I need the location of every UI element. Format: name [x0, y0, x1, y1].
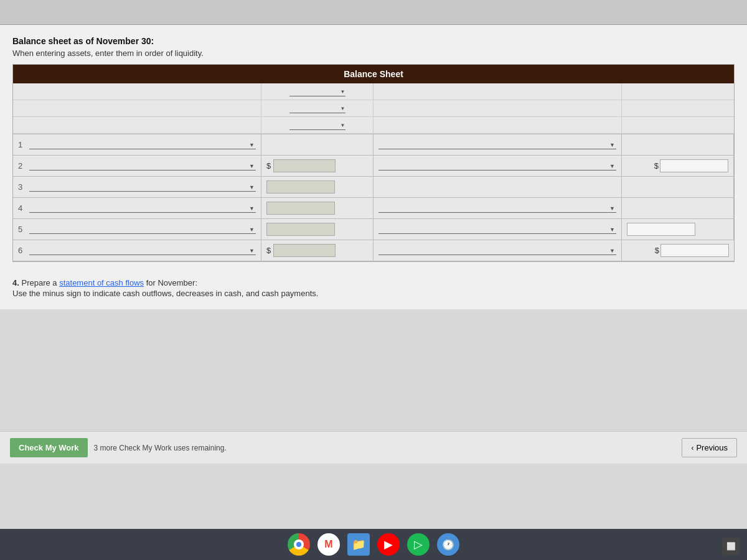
bs-row5-mid-right: [374, 219, 622, 240]
row1-right-select[interactable]: [378, 140, 616, 149]
bs-row6-mid-left: $: [261, 240, 374, 261]
tray-screenshot-icon[interactable]: ⬜: [722, 538, 740, 555]
screen: Balance sheet as of November 30: When en…: [0, 0, 747, 560]
row6-amount-input[interactable]: [273, 244, 336, 257]
row1-left-select[interactable]: [29, 140, 256, 149]
check-work-button[interactable]: Check My Work: [10, 438, 88, 457]
hdr3-right: [622, 117, 734, 133]
bs-row6-mid-right: [374, 240, 622, 261]
header-row-3: [13, 117, 734, 134]
header-row-2: [13, 100, 734, 117]
bottom-bar: Check My Work 3 more Check My Work uses …: [0, 431, 747, 464]
bs-rows-area: 1 2: [13, 134, 734, 261]
row3-left-select-wrap: [29, 182, 256, 192]
row4-right-select-wrap: [378, 203, 616, 213]
hdr3-mid-left: [261, 117, 374, 133]
row3-left-select[interactable]: [29, 182, 256, 192]
hdr3-dropdown1[interactable]: [289, 121, 345, 130]
play-music-icon[interactable]: ▷: [407, 533, 430, 556]
bs-row2-mid-left: $: [261, 156, 374, 177]
hdr2-dd1-wrap: [289, 104, 345, 113]
row6-left-select-wrap: [29, 246, 256, 255]
row3-amount-input[interactable]: [266, 180, 335, 194]
bs-row6-right: $: [622, 240, 734, 261]
bs-row3-mid-left: [261, 177, 374, 198]
row1-left-select-wrap: [29, 140, 256, 149]
section4-link[interactable]: statement of cash flows: [59, 278, 144, 287]
row1-num: 1: [18, 140, 27, 149]
bs-row3-mid-right: [374, 177, 622, 198]
hdr1-dropdown1[interactable]: [289, 87, 345, 96]
subtitle: When entering assets, enter them in orde…: [12, 49, 735, 58]
hdr1-left: [13, 83, 261, 100]
hdr3-left: [13, 117, 261, 133]
top-header-rows: [13, 83, 734, 134]
section4-step: 4.: [12, 278, 19, 287]
row6-right-input[interactable]: [660, 244, 729, 257]
bs-row4-right: [622, 198, 734, 219]
row4-left-select[interactable]: [29, 203, 256, 213]
bs-row3-left: 3: [13, 177, 261, 198]
header-row-1: [13, 83, 734, 100]
section4-title2: for November:: [146, 278, 197, 287]
bs-row1-left: 1: [13, 134, 261, 156]
row6-left-select[interactable]: [29, 246, 256, 255]
bs-row4-mid-left: [261, 198, 374, 219]
row2-left-select-wrap: [29, 161, 256, 170]
row2-right-input[interactable]: [660, 159, 728, 172]
clock-icon[interactable]: 🕐: [437, 533, 459, 556]
row2-dollar: $: [266, 161, 271, 170]
bs-row4-left: 4: [13, 198, 261, 219]
hdr2-dropdown1[interactable]: [289, 104, 345, 113]
bs-row1-mid-right: [374, 134, 622, 156]
files-icon[interactable]: 📁: [347, 533, 370, 556]
bs-row4-mid-right: [374, 198, 622, 219]
row5-left-select[interactable]: [29, 225, 256, 234]
row5-amount-input[interactable]: [266, 223, 335, 236]
row2-left-select[interactable]: [29, 161, 256, 170]
row5-right-select[interactable]: [378, 225, 616, 234]
bs-row2-mid-right: [374, 156, 622, 177]
row6-dollar: $: [266, 246, 271, 255]
bs-row5-right: [622, 219, 734, 240]
row5-right-select-wrap: [378, 225, 616, 234]
section4-title: Prepare a: [21, 278, 57, 287]
row6-right-dollar: $: [655, 246, 659, 255]
left-bottom: Check My Work 3 more Check My Work uses …: [10, 438, 227, 457]
bs-row5-mid-left: [261, 219, 374, 240]
section-title: Balance sheet as of November 30:: [12, 36, 735, 46]
previous-chevron: ‹: [691, 444, 693, 452]
section4: 4. Prepare a statement of cash flows for…: [12, 272, 735, 303]
row6-right-select-wrap: [378, 246, 616, 255]
hdr3-mid-right: [374, 117, 622, 133]
hdr2-mid-left: [261, 100, 374, 116]
bs-row3-right: [622, 177, 734, 198]
row2-right-dollar: $: [654, 161, 659, 170]
row1-right-select-wrap: [378, 140, 616, 149]
hdr3-dd1-wrap: [289, 121, 345, 130]
previous-button[interactable]: ‹ Previous: [682, 438, 737, 457]
row4-left-select-wrap: [29, 203, 256, 213]
youtube-icon[interactable]: ▶: [377, 533, 400, 556]
row2-right-select-wrap: [378, 161, 616, 170]
hdr1-dd1-wrap: [289, 87, 345, 96]
row2-right-select[interactable]: [378, 161, 616, 170]
system-tray: ⬜: [722, 538, 740, 555]
row4-right-select[interactable]: [378, 203, 616, 213]
top-bar: [0, 0, 747, 25]
check-work-note: 3 more Check My Work uses remaining.: [94, 444, 227, 452]
hdr1-mid-left: [261, 83, 374, 100]
hdr2-right: [622, 100, 734, 116]
row6-right-select[interactable]: [378, 246, 616, 255]
bs-row1-right: [622, 134, 734, 156]
bs-row6-left: 6: [13, 240, 261, 261]
row5-right-input[interactable]: [627, 223, 695, 236]
hdr2-mid-right: [374, 100, 622, 116]
chrome-icon[interactable]: [288, 533, 310, 556]
row5-num: 5: [18, 225, 27, 234]
row4-amount-input[interactable]: [266, 202, 335, 215]
row2-amount-input[interactable]: [273, 159, 336, 172]
section4-subtitle: Use the minus sign to indicate cash outf…: [12, 289, 735, 298]
gmail-icon[interactable]: M: [317, 533, 340, 556]
bs-row2-right: $: [622, 156, 734, 177]
